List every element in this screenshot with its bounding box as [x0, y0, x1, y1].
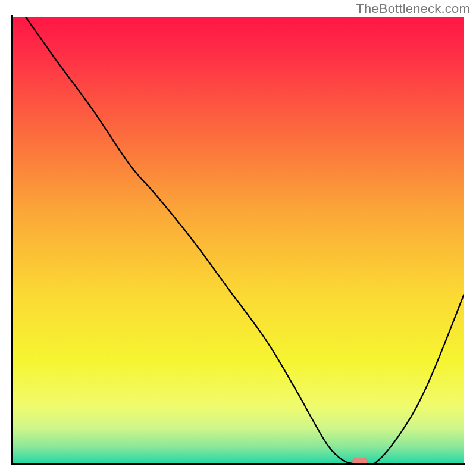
chart-container: TheBottleneck.com: [0, 0, 476, 476]
watermark-text: TheBottleneck.com: [356, 1, 470, 17]
optimal-marker: [352, 458, 368, 464]
curve-layer: [12, 17, 464, 464]
bottleneck-curve: [26, 17, 464, 464]
plot-area: [12, 17, 464, 464]
